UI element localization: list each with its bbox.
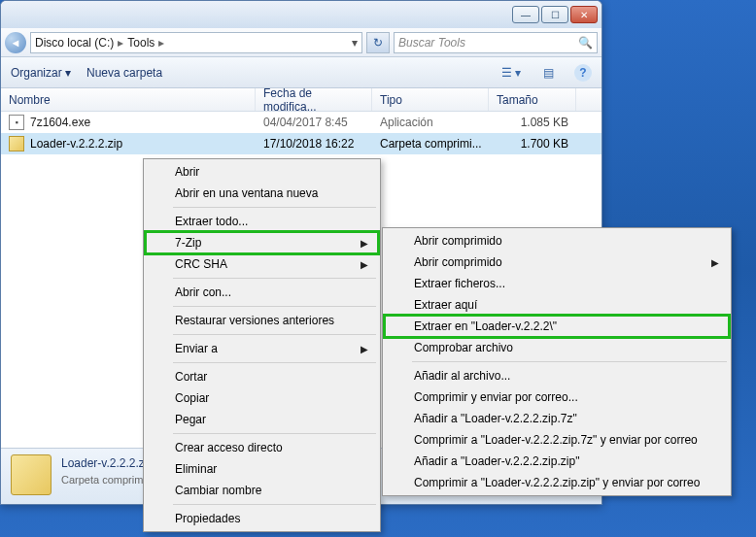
menu-item[interactable]: Comprimir a "Loader-v.2.2.2.zip.7z" y en… [385,429,729,451]
menu-item[interactable]: Comprobar archivo [385,337,729,358]
zip-icon [11,454,52,495]
file-size: 1.085 KB [489,116,576,129]
menu-item[interactable]: Añadir a "Loader-v.2.2.2.zip.7z" [385,408,729,429]
minimize-button[interactable]: — [512,6,539,23]
organize-button[interactable]: Organizar ▾ [11,66,71,80]
menu-item[interactable]: Extraer aquí [385,294,729,316]
search-icon: 🔍 [578,36,593,50]
menu-separator [173,504,376,505]
menu-item[interactable]: Abrir [146,161,378,183]
menu-item[interactable]: Abrir en una ventana nueva [146,183,378,204]
menu-item[interactable]: Eliminar [146,458,378,480]
breadcrumb[interactable]: Disco local (C:) ▸ Tools ▸ ▾ [30,32,362,53]
refresh-button[interactable]: ↻ [366,32,390,53]
view-options-button[interactable]: ☰ ▾ [500,62,522,84]
7zip-submenu: Abrir comprimidoAbrir comprimido▶Extraer… [382,227,732,496]
menu-separator [173,306,376,307]
search-input[interactable]: Buscar Tools 🔍 [394,32,598,53]
menu-item[interactable]: Extraer ficheros... [385,273,729,294]
menu-separator [173,334,376,335]
file-row[interactable]: ▪7z1604.exe04/04/2017 8:45Aplicación1.08… [1,112,601,133]
submenu-arrow-icon: ▶ [361,259,368,270]
submenu-arrow-icon: ▶ [361,344,368,354]
breadcrumb-part[interactable]: Disco local (C:) [35,36,114,50]
menu-separator [173,362,376,363]
breadcrumb-part[interactable]: Tools [127,36,155,50]
file-type: Carpeta comprimi... [372,137,489,151]
file-type: Aplicación [372,116,489,129]
column-date[interactable]: Fecha de modifica... [256,88,372,111]
file-name: Loader-v.2.2.2.zip [30,137,122,151]
context-menu: AbrirAbrir en una ventana nuevaExtraer t… [143,158,381,532]
menu-item[interactable]: Extraer todo... [146,211,378,232]
file-size: 1.700 KB [489,137,576,151]
menu-separator [412,361,727,362]
menu-separator [173,433,376,434]
menu-item[interactable]: Añadir a "Loader-v.2.2.2.zip.zip" [385,451,729,472]
zip-icon [9,136,24,151]
menu-item[interactable]: Comprimir a "Loader-v.2.2.2.zip.zip" y e… [385,472,729,493]
menu-item[interactable]: Añadir al archivo... [385,365,729,386]
details-filename: Loader-v.2.2.2.zip [61,456,154,470]
menu-item[interactable]: Abrir comprimido [385,230,729,252]
menu-item[interactable]: Restaurar versiones anteriores [146,310,378,331]
menu-separator [173,278,376,279]
back-button[interactable]: ◄ [5,32,26,53]
menu-item[interactable]: Cambiar nombre [146,480,378,501]
file-row[interactable]: Loader-v.2.2.2.zip17/10/2018 16:22Carpet… [1,133,601,154]
file-list: ▪7z1604.exe04/04/2017 8:45Aplicación1.08… [1,112,601,154]
chevron-right-icon: ▸ [155,36,168,50]
help-button[interactable]: ? [574,64,592,82]
menu-item[interactable]: Comprimir y enviar por correo... [385,386,729,408]
dropdown-arrow-icon[interactable]: ▾ [352,36,358,50]
new-folder-button[interactable]: Nueva carpeta [86,66,162,80]
column-headers: Nombre Fecha de modifica... Tipo Tamaño [1,88,601,112]
search-placeholder: Buscar Tools [398,36,465,50]
column-name[interactable]: Nombre [1,88,256,111]
menu-item[interactable]: Crear acceso directo [146,437,378,458]
submenu-arrow-icon: ▶ [361,238,368,249]
submenu-arrow-icon: ▶ [711,257,719,268]
menu-item[interactable]: Abrir con... [146,282,378,303]
column-size[interactable]: Tamaño [489,88,576,111]
menu-item[interactable]: CRC SHA▶ [146,253,378,275]
toolbar: Organizar ▾ Nueva carpeta ☰ ▾ ▤ ? [1,57,601,88]
menu-item[interactable]: Propiedades [146,508,378,529]
menu-separator [173,207,376,208]
column-type[interactable]: Tipo [372,88,489,111]
exe-icon: ▪ [9,115,24,130]
menu-item[interactable]: Enviar a▶ [146,338,378,359]
file-date: 04/04/2017 8:45 [256,116,372,129]
navigation-bar: ◄ Disco local (C:) ▸ Tools ▸ ▾ ↻ Buscar … [1,28,601,57]
preview-pane-button[interactable]: ▤ [537,62,559,84]
file-date: 17/10/2018 16:22 [256,137,372,151]
menu-item[interactable]: 7-Zip▶ [146,232,378,253]
menu-item[interactable]: Extraer en "Loader-v.2.2.2\" [385,316,729,337]
menu-item[interactable]: Pegar [146,409,378,430]
file-name: 7z1604.exe [30,116,90,129]
chevron-right-icon: ▸ [114,36,127,50]
menu-item[interactable]: Cortar [146,366,378,387]
menu-item[interactable]: Abrir comprimido▶ [385,252,729,273]
close-button[interactable]: ✕ [570,6,598,23]
titlebar: — ☐ ✕ [1,1,601,28]
menu-item[interactable]: Copiar [146,387,378,409]
maximize-button[interactable]: ☐ [541,6,568,23]
